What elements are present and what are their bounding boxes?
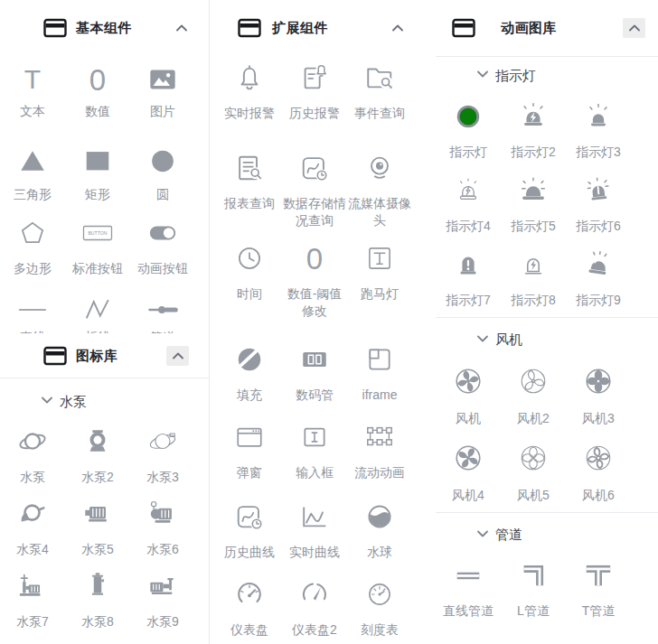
chevron-up-icon[interactable] xyxy=(390,21,405,35)
panel-header-anim[interactable]: 动画图库 xyxy=(436,0,658,57)
item-report-query[interactable]: 报表查询 xyxy=(217,150,282,240)
item-fan-6[interactable]: 风机6 xyxy=(566,435,631,512)
item-fan-1[interactable]: 风机 xyxy=(436,359,501,435)
item-indicator-9[interactable]: 指示灯9 xyxy=(566,243,631,317)
item-indicator-8[interactable]: 指示灯8 xyxy=(501,243,566,317)
item-indicator-1[interactable]: 指示灯 xyxy=(436,95,501,169)
item-label: 多边形 xyxy=(14,260,52,277)
item-circle[interactable]: 圆 xyxy=(130,141,195,211)
panel-header-iconlib[interactable]: 图标库 xyxy=(0,334,209,378)
item-animation-button[interactable]: 动画按钮 xyxy=(130,211,195,287)
panel-title: 动画图库 xyxy=(501,20,557,37)
item-indicator-4[interactable]: 指示灯4 xyxy=(436,169,501,243)
panel-header-basic[interactable]: 基本组件 xyxy=(0,0,209,56)
group-header-pipe[interactable]: 管道 xyxy=(436,512,658,554)
item-standard-button[interactable]: BUTTON 标准按钮 xyxy=(65,211,130,287)
item-fill[interactable]: 填充 xyxy=(217,341,282,419)
document-bell-icon xyxy=(299,60,330,96)
group-header-fan[interactable]: 风机 xyxy=(436,317,658,359)
item-number[interactable]: 0 数值 xyxy=(65,56,130,141)
item-indicator-6[interactable]: 指示灯6 xyxy=(566,169,631,243)
item-water-ball[interactable]: 水球 xyxy=(347,499,412,576)
item-indicator-7[interactable]: 指示灯7 xyxy=(436,243,501,317)
item-label: 实时曲线 xyxy=(289,544,340,561)
chevron-up-icon[interactable] xyxy=(166,346,189,366)
item-polygon[interactable]: 多边形 xyxy=(0,211,65,287)
item-pump-1[interactable]: 水泵 xyxy=(0,420,65,492)
pump-8-icon xyxy=(82,565,113,608)
pump-3-icon xyxy=(147,420,178,463)
group-header-pump[interactable]: 水泵 xyxy=(0,378,209,420)
l-pipe-icon xyxy=(518,554,549,597)
item-label: 历史曲线 xyxy=(224,544,275,561)
curve-clock-icon xyxy=(299,150,330,186)
item-data-storage-query[interactable]: 数据存储情况查询 xyxy=(282,150,347,240)
item-label: 风机2 xyxy=(517,410,550,427)
window-icon xyxy=(234,419,265,455)
item-label: 实时报警 xyxy=(224,105,275,122)
item-indicator-2[interactable]: 指示灯2 xyxy=(501,95,566,169)
item-digital-tube[interactable]: 数码管 xyxy=(282,341,347,419)
item-label: 流动动画 xyxy=(354,464,405,481)
item-l-pipe[interactable]: L管道 xyxy=(501,554,566,641)
item-t-pipe[interactable]: T管道 xyxy=(566,554,631,641)
item-pump-2[interactable]: 水泵2 xyxy=(65,420,130,492)
item-gauge[interactable]: 仪表盘 xyxy=(217,576,282,644)
item-flow-animation[interactable]: 流动动画 xyxy=(347,419,412,499)
rectangle-icon xyxy=(82,141,113,181)
panel-header-extended[interactable]: 扩展组件 xyxy=(217,0,412,56)
item-indicator-3[interactable]: 指示灯3 xyxy=(566,95,631,169)
item-image[interactable]: 图片 xyxy=(130,56,195,141)
item-pipe[interactable]: 管道 xyxy=(130,294,195,334)
basic-row-1: T 文本 0 数值 图片 xyxy=(0,56,209,141)
panel-basic-components: 基本组件 T 文本 0 数值 图片 三角形 矩形 圆 xyxy=(0,0,210,644)
item-pump-6[interactable]: 水泵6 xyxy=(130,492,195,565)
item-event-query[interactable]: 事件查询 xyxy=(347,60,412,150)
item-triangle[interactable]: 三角形 xyxy=(0,141,65,211)
item-indicator-5[interactable]: 指示灯5 xyxy=(501,169,566,243)
item-value-threshold[interactable]: 0 数值-阈值修改 xyxy=(282,240,347,341)
panel-extended-components: 扩展组件 实时报警 历史报警 事件查询 报表查询 xyxy=(217,0,412,644)
item-scale-gauge[interactable]: 刻度表 xyxy=(347,576,412,644)
group-header-indicator[interactable]: 指示灯 xyxy=(436,57,658,95)
item-marquee[interactable]: 跑马灯 xyxy=(347,240,412,341)
item-realtime-alarm[interactable]: 实时报警 xyxy=(217,60,282,150)
pump-row-2: 水泵4 水泵5 水泵6 xyxy=(0,492,209,565)
item-gauge-2[interactable]: 仪表盘2 xyxy=(282,576,347,644)
item-straight-pipe[interactable]: 直线管道 xyxy=(436,554,501,641)
item-pump-8[interactable]: 水泵8 xyxy=(65,565,130,637)
item-polyline[interactable]: 折线 xyxy=(65,294,130,334)
item-fan-4[interactable]: 风机4 xyxy=(436,435,501,512)
item-pump-3[interactable]: 水泵3 xyxy=(130,420,195,492)
item-pump-5[interactable]: 水泵5 xyxy=(65,492,130,565)
pump-row-1: 水泵 水泵2 水泵3 xyxy=(0,420,209,492)
item-stream-camera[interactable]: 流媒体摄像头 xyxy=(347,150,412,240)
item-pump-4[interactable]: 水泵4 xyxy=(0,492,65,565)
item-label: 指示灯9 xyxy=(576,292,621,309)
chevron-up-icon[interactable] xyxy=(174,21,189,35)
number-icon: 0 xyxy=(306,240,323,276)
chevron-up-icon[interactable] xyxy=(623,18,645,38)
item-input-box[interactable]: 输入框 xyxy=(282,419,347,499)
item-history-curve[interactable]: 历史曲线 xyxy=(217,499,282,576)
item-label: 管道 xyxy=(150,329,175,333)
item-fan-5[interactable]: 风机5 xyxy=(501,435,566,512)
item-pump-7[interactable]: 水泵7 xyxy=(0,565,65,637)
item-label: 刻度表 xyxy=(361,621,399,639)
item-popup[interactable]: 弹窗 xyxy=(217,419,282,499)
item-fan-2[interactable]: 风机2 xyxy=(501,359,566,435)
toggle-icon xyxy=(147,211,178,255)
item-text[interactable]: T 文本 xyxy=(0,56,65,141)
text-icon: T xyxy=(24,56,41,103)
digital-tube-icon xyxy=(299,341,330,378)
item-pump-9[interactable]: 水泵9 xyxy=(130,565,195,637)
item-iframe[interactable]: iframe xyxy=(347,341,412,419)
item-history-alarm[interactable]: 历史报警 xyxy=(282,60,347,150)
item-fan-3[interactable]: 风机3 xyxy=(566,359,631,435)
item-rectangle[interactable]: 矩形 xyxy=(65,141,130,211)
item-time[interactable]: 时间 xyxy=(217,240,282,341)
indicator-9-icon xyxy=(583,243,614,286)
item-line[interactable]: 直线 xyxy=(0,294,65,334)
item-realtime-curve[interactable]: 实时曲线 xyxy=(282,499,347,576)
item-label: 水泵7 xyxy=(16,613,49,630)
